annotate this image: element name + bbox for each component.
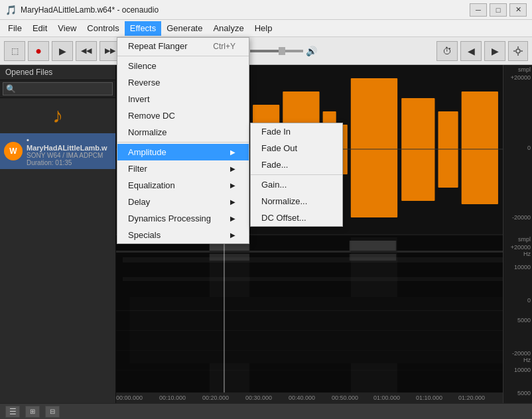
effects-silence[interactable]: Silence — [117, 58, 249, 74]
menu-view[interactable]: View — [52, 21, 82, 36]
status-list-btn[interactable]: ☰ — [5, 406, 20, 418]
clock-button[interactable]: ⏱ — [436, 41, 458, 61]
search-input[interactable] — [16, 84, 109, 93]
svg-rect-28 — [123, 277, 503, 281]
reverse-label: Reverse — [128, 78, 160, 88]
minimize-button[interactable]: ─ — [470, 3, 487, 17]
amp-normalize[interactable]: Normalize... — [251, 193, 342, 210]
delay-label: Delay — [128, 197, 150, 207]
amp-fade[interactable]: Fade... — [251, 156, 342, 173]
repeat-flanger-label: Repeat Flanger — [128, 41, 188, 51]
amplitude-submenu: Fade In Fade Out Fade... Gain... Normali… — [250, 123, 343, 227]
scale-20000-bottom: +20000 — [511, 244, 531, 251]
svg-rect-27 — [123, 257, 503, 263]
normalize-amp-label: Normalize... — [261, 196, 307, 206]
menu-help[interactable]: Help — [249, 21, 278, 36]
right-scale: smpl +20000 0 -20000 smpl +20000 0 -2000… — [503, 65, 532, 403]
window-controls: ─ □ ✕ — [470, 3, 527, 17]
amp-fade-out[interactable]: Fade Out — [251, 140, 342, 156]
svg-point-0 — [516, 49, 520, 53]
scale-minus20000-bottom: -20000 — [512, 350, 531, 357]
menu-generate[interactable]: Generate — [161, 21, 208, 36]
time-50: 00:50.000 — [332, 394, 358, 401]
effects-normalize[interactable]: Normalize — [117, 124, 249, 141]
amp-dc-offset[interactable]: DC Offset... — [251, 210, 342, 226]
effects-specials[interactable]: Specials ▶ — [117, 227, 249, 243]
app-icon: 🎵 — [5, 5, 17, 15]
volume-max-icon: 🔊 — [306, 46, 317, 56]
music-note-icon: ♪ — [52, 103, 63, 128]
amp-fade-in[interactable]: Fade In — [251, 123, 342, 140]
svg-rect-30 — [350, 241, 396, 251]
file-type-icon: W — [9, 147, 17, 156]
menu-analyze[interactable]: Analyze — [208, 21, 249, 36]
opened-files-header: Opened Files — [0, 65, 115, 80]
select-button[interactable]: ⬚ — [4, 41, 25, 61]
window-title: MaryHadALittleLamb.w64* - ocenaudio — [21, 5, 470, 15]
time-ruler: 00:00.000 00:10.000 00:20.000 00:30.000 … — [116, 392, 503, 403]
file-list-item[interactable]: W • MaryHadALittleLamb.w SONY W64 / IMA … — [0, 133, 115, 169]
hz-10000-2: 10000 — [514, 367, 531, 373]
amp-sep — [251, 174, 342, 175]
svg-rect-32 — [350, 254, 396, 261]
menu-edit[interactable]: Edit — [27, 21, 52, 36]
menu-sep-2 — [117, 142, 249, 143]
svg-rect-36 — [116, 350, 503, 351]
effects-invert[interactable]: Invert — [117, 91, 249, 107]
nav-forward-button[interactable]: ▶ — [484, 41, 505, 61]
close-button[interactable]: ✕ — [509, 3, 527, 17]
time-30: 00:30.000 — [245, 394, 272, 401]
toolbar: ⬚ ● ▶ ◀◀ ▶▶ 3.550 32 kHz stereo ▶ ◉ 🔈 🔊 … — [0, 37, 532, 65]
specials-arrow: ▶ — [230, 231, 235, 239]
scale-0-top: 0 — [527, 145, 531, 151]
silence-label: Silence — [128, 61, 157, 71]
specials-label: Specials — [128, 230, 161, 240]
effects-equalization[interactable]: Equalization ▶ — [117, 177, 249, 194]
scale-20000-top: +20000 — [511, 74, 531, 81]
file-duration: Duration: 01:35 — [27, 159, 111, 166]
scale-label-smpl: smpl — [518, 66, 531, 73]
effects-dynamics-processing[interactable]: Dynamics Processing ▶ — [117, 210, 249, 227]
fade-out-label: Fade Out — [261, 143, 297, 153]
amplitude-arrow: ▶ — [230, 149, 235, 156]
status-tile-btn[interactable]: ⊟ — [45, 406, 60, 418]
amp-gain[interactable]: Gain... — [251, 176, 342, 193]
play-button[interactable]: ▶ — [52, 41, 73, 61]
nav-back-button[interactable]: ◀ — [460, 41, 482, 61]
dc-offset-label: DC Offset... — [261, 213, 306, 223]
hz-5000-2: 5000 — [517, 390, 531, 396]
repeat-flanger-shortcut: Ctrl+Y — [213, 42, 235, 51]
settings-button[interactable] — [508, 41, 528, 61]
effects-amplitude[interactable]: Amplitude ▶ — [117, 144, 249, 160]
equalization-arrow: ▶ — [230, 182, 235, 189]
time-70: 01:10.000 — [416, 394, 442, 401]
time-80: 01:20.000 — [458, 394, 485, 401]
titlebar: 🎵 MaryHadALittleLamb.w64* - ocenaudio ─ … — [0, 0, 532, 20]
menu-effects[interactable]: Effects — [125, 21, 162, 36]
file-info: • MaryHadALittleLamb.w SONY W64 / IMA AD… — [27, 136, 111, 166]
volume-slider[interactable] — [250, 50, 303, 52]
invert-label: Invert — [128, 94, 150, 104]
svg-rect-37 — [116, 370, 503, 371]
maximize-button[interactable]: □ — [490, 3, 507, 17]
effects-remove-dc[interactable]: Remove DC — [117, 107, 249, 124]
effects-repeat-flanger[interactable]: Repeat Flanger Ctrl+Y — [117, 38, 249, 54]
file-name: • MaryHadALittleLamb.w — [27, 136, 111, 152]
fade-in-label: Fade In — [261, 127, 291, 137]
effects-delay[interactable]: Delay ▶ — [117, 194, 249, 210]
search-container: 🔍 — [3, 82, 113, 95]
remove-dc-label: Remove DC — [128, 111, 175, 121]
svg-rect-21 — [462, 91, 498, 204]
file-icon: W — [4, 142, 23, 160]
effects-filter[interactable]: Filter ▶ — [117, 160, 249, 177]
hz-5000: 5000 — [517, 317, 531, 324]
hz-label-2: Hz — [523, 357, 531, 363]
effects-menu: Repeat Flanger Ctrl+Y Silence Reverse In… — [117, 37, 249, 244]
rewind-button[interactable]: ◀◀ — [76, 41, 97, 61]
record-button[interactable]: ● — [28, 41, 49, 61]
filter-arrow: ▶ — [230, 165, 235, 172]
effects-reverse[interactable]: Reverse — [117, 74, 249, 91]
menu-file[interactable]: File — [3, 21, 27, 36]
menu-controls[interactable]: Controls — [82, 21, 124, 36]
status-grid-btn[interactable]: ⊞ — [25, 406, 40, 418]
